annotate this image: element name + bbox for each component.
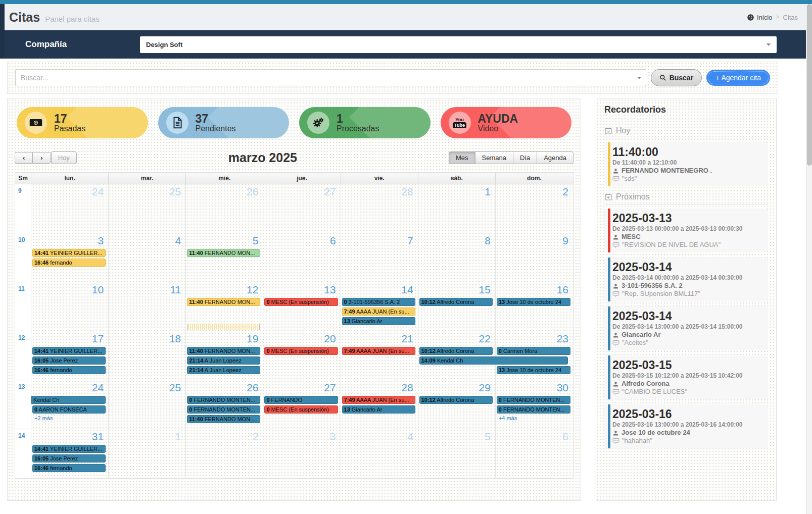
calendar-event[interactable]: 11:40 FERNANDO MON... <box>187 415 260 423</box>
calendar-event[interactable]: 13 Jose 10 de octubre 24 <box>497 298 570 306</box>
day-cell-19[interactable]: 1911:40 FERNANDO MON...21:14 A Juan Lope… <box>186 331 263 380</box>
stat-card-procesadas[interactable]: 1Procesadas <box>299 107 431 138</box>
day-cell-1[interactable]: 1 <box>109 429 186 478</box>
day-cell-27[interactable]: 27 <box>263 184 341 233</box>
calendar-event[interactable]: 16:05 Jose Perez <box>32 356 106 365</box>
calendar-event[interactable]: 11:40 FERNANDO MON... <box>187 347 260 355</box>
more-events-link[interactable]: +2 más <box>34 415 108 421</box>
reminder-card[interactable]: 2025-03-13De 2025-03-13 00:00:00 a 2025-… <box>604 209 768 252</box>
calendar-event[interactable]: 10:12 Alfredo Corona <box>419 298 493 306</box>
day-cell-26[interactable]: 260 FERNANDO MONTEN...0 FERNANDO MONTEN.… <box>186 380 263 429</box>
calendar-event[interactable]: 13 Giancarlo Ar <box>342 317 415 325</box>
day-cell-3[interactable]: 314:41 YEINIER GUILLER...16:46 fernando <box>31 233 109 282</box>
calendar-event[interactable]: 16:46 fernando <box>32 259 106 267</box>
day-cell-2[interactable]: 2 <box>186 429 263 478</box>
calendar-event[interactable]: 16:05 Jose Perez <box>32 454 106 462</box>
next-month-button[interactable]: › <box>32 152 51 164</box>
calendar-event[interactable]: 0 MESC (En suspensión) <box>264 298 338 306</box>
search-button[interactable]: Buscar <box>651 69 702 86</box>
calendar-event[interactable]: 13 Jose 10 de octubre 24 <box>497 366 570 374</box>
calendar-event[interactable]: 11:40 FERNANDO MON... <box>187 298 260 306</box>
calendar-event[interactable]: 10:12 Alfredo Corona <box>419 347 493 355</box>
calendar-event[interactable]: 21:14 A Juan Lopeez <box>187 356 260 365</box>
calendar-event[interactable]: 14:41 YEINIER GUILLER... <box>32 347 106 355</box>
search-input[interactable] <box>15 69 646 86</box>
day-cell-16[interactable]: 1613 Jose 10 de octubre 24 <box>496 282 573 331</box>
stat-card-pendientes[interactable]: 37Pendientes <box>158 107 290 138</box>
reminder-card[interactable]: 2025-03-16De 2025-03-16 13:00:00 a 2025-… <box>604 404 768 448</box>
view-button-agenda[interactable]: Agenda <box>537 151 574 164</box>
day-cell-12[interactable]: 1211:40 FERNANDO MON... <box>186 282 263 331</box>
calendar-event[interactable]: 0 Carmen Mora <box>497 347 570 355</box>
day-cell-9[interactable]: 9 <box>496 233 573 282</box>
calendar-event[interactable]: 7:49 AAAA JUAN (En su... <box>342 347 415 355</box>
day-cell-7[interactable]: 7 <box>341 233 418 282</box>
day-cell-6[interactable]: 6 <box>496 429 573 478</box>
view-button-semana[interactable]: Semana <box>475 151 513 164</box>
day-cell-4[interactable]: 4 <box>341 429 418 478</box>
day-cell-10[interactable]: 10 <box>31 282 109 331</box>
calendar-event[interactable]: 0 MESC (En suspensión) <box>264 347 338 355</box>
day-cell-15[interactable]: 1510:12 Alfredo Corona <box>418 282 496 331</box>
more-events-link[interactable]: +4 más <box>499 415 573 421</box>
calendar-event[interactable]: 0 3-101-596356 S.A. 2 <box>342 298 415 306</box>
calendar-event[interactable]: 13 Giancarlo Ar <box>342 405 415 414</box>
day-cell-18[interactable]: 18 <box>109 331 186 380</box>
calendar-event[interactable]: 0 FERNANDO MONTEN... <box>497 405 570 414</box>
calendar-event[interactable]: 0 FERNANDO <box>264 396 338 404</box>
calendar-event[interactable]: 14:41 YEINIER GUILLER... <box>32 249 106 257</box>
calendar-event[interactable]: 11:40 FERNANDO MON... <box>187 249 260 257</box>
stat-card-video[interactable]: YouTubeAYUDAVideo <box>441 107 572 138</box>
view-button-mes[interactable]: Mes <box>449 151 475 164</box>
day-cell-5[interactable]: 511:40 FERNANDO MON... <box>186 233 263 282</box>
day-cell-3[interactable]: 3 <box>263 429 341 478</box>
day-cell-4[interactable]: 4 <box>109 233 186 282</box>
day-cell-25[interactable]: 25 <box>109 380 186 429</box>
calendar-event[interactable]: 14:41 YEINIER GUILLER... <box>32 445 106 453</box>
calendar-event[interactable]: 0 FERNANDO MONTEN... <box>187 396 260 404</box>
day-cell-25[interactable]: 25 <box>109 184 186 233</box>
reminder-card[interactable]: 2025-03-15De 2025-03-15 10:12:00 a 2025-… <box>604 355 768 399</box>
today-button[interactable]: Hoy <box>51 151 77 164</box>
day-cell-22[interactable]: 2210:12 Alfredo Corona14:09 Kendal Ch <box>418 331 496 380</box>
calendar-event[interactable]: 10:12 Alfredo Corona <box>419 396 493 404</box>
day-cell-30[interactable]: 300 FERNANDO MONTEN...0 FERNANDO MONTEN.… <box>496 380 573 429</box>
day-cell-6[interactable]: 6 <box>263 233 341 282</box>
reminder-card[interactable]: 2025-03-14De 2025-03-14 00:00:00 a 2025-… <box>604 258 768 301</box>
day-cell-14[interactable]: 140 3-101-596356 S.A. 27:49 AAAA JUAN (E… <box>341 282 418 331</box>
chevron-down-icon[interactable] <box>637 77 641 79</box>
view-button-día[interactable]: Día <box>513 151 537 164</box>
calendar-event[interactable]: 7:49 AAAA JUAN (En su... <box>342 396 415 404</box>
reminder-card[interactable]: 11:40:00De 11:40:00 a 12:10:00FERNANDO M… <box>604 142 768 186</box>
calendar-event[interactable]: 0 FERNANDO MONTEN... <box>497 396 570 404</box>
day-cell-2[interactable]: 2 <box>496 184 573 233</box>
calendar-event[interactable]: 7:49 AAAA JUAN (En su... <box>342 307 415 316</box>
day-cell-24[interactable]: 24 <box>31 184 109 233</box>
day-cell-17[interactable]: 1714:41 YEINIER GUILLER...16:05 Jose Per… <box>31 331 109 380</box>
day-cell-28[interactable]: 28 <box>341 184 418 233</box>
day-cell-27[interactable]: 270 FERNANDO0 MESC (En suspensión) <box>263 380 341 429</box>
calendar-event[interactable]: 0 AARON FONSECA <box>32 405 106 414</box>
calendar-event[interactable]: 0 FERNANDO MONTEN... <box>187 405 260 414</box>
day-cell-26[interactable]: 26 <box>186 184 263 233</box>
calendar-event[interactable]: 14:09 Kendal Ch <box>419 356 568 365</box>
day-cell-5[interactable]: 5 <box>418 429 496 478</box>
day-cell-31[interactable]: 3114:41 YEINIER GUILLER...16:05 Jose Per… <box>31 429 109 478</box>
day-cell-21[interactable]: 217:49 AAAA JUAN (En su... <box>341 331 418 380</box>
day-cell-8[interactable]: 8 <box>418 233 496 282</box>
day-cell-28[interactable]: 287:49 AAAA JUAN (En su...13 Giancarlo A… <box>341 380 418 429</box>
day-cell-29[interactable]: 2910:12 Alfredo Corona <box>418 380 496 429</box>
day-cell-20[interactable]: 200 MESC (En suspensión) <box>263 331 341 380</box>
day-cell-1[interactable]: 1 <box>418 184 496 233</box>
schedule-appointment-button[interactable]: + Agendar cita <box>706 70 770 86</box>
day-cell-24[interactable]: 24Kendal Ch0 AARON FONSECA+2 más <box>31 380 109 429</box>
reminder-card[interactable]: 2025-03-14De 2025-03-14 13:00:00 a 2025-… <box>604 306 768 350</box>
day-cell-23[interactable]: 230 Carmen Mora13 Jose 10 de octubre 24 <box>496 331 573 380</box>
page-scrollbar[interactable] <box>806 4 812 514</box>
calendar-event[interactable]: 16:46 fernando <box>32 464 106 472</box>
stat-card-pasadas[interactable]: 17Pasadas <box>17 107 148 138</box>
calendar-event[interactable]: 0 MESC (En suspensión) <box>264 405 338 414</box>
calendar-event[interactable]: 21:14 A Juan Lopeez <box>187 366 260 374</box>
prev-month-button[interactable]: ‹ <box>15 152 33 164</box>
calendar-event[interactable]: 16:46 fernando <box>32 366 106 374</box>
